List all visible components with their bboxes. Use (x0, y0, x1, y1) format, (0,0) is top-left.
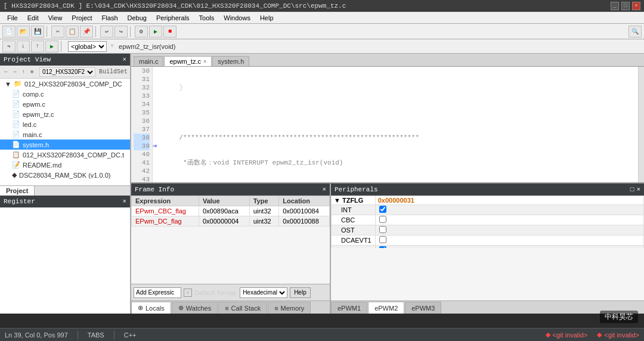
build-button[interactable]: ⚙ (135, 26, 148, 38)
menu-flash[interactable]: Flash (97, 12, 123, 23)
tree-item-template[interactable]: 📋 012_HXS320F28034_COMP_DC.t (0, 150, 130, 160)
tree-item-comp[interactable]: 📄 comp.c (0, 89, 130, 99)
loc-2: 0x00010088 (279, 216, 330, 227)
project-view-header: Project View × (0, 54, 130, 66)
undo-button[interactable]: ↩ (100, 26, 113, 38)
periph-collapse-button[interactable]: □ (630, 186, 634, 193)
menu-file[interactable]: File (2, 12, 23, 23)
tab-locals[interactable]: ⊕ Locals (131, 302, 171, 314)
project-view-close[interactable]: × (122, 56, 126, 63)
menu-project[interactable]: Project (67, 12, 97, 23)
tree-label-system-h: system.h (23, 141, 49, 148)
epwm1-label: ePWM1 (338, 305, 361, 312)
menu-peripherals[interactable]: Peripherals (151, 12, 194, 23)
folder-icon-img: 📁 (14, 80, 22, 88)
frame-info-close[interactable]: × (322, 186, 326, 193)
table-row: OST (332, 225, 644, 235)
periph-close-button[interactable]: × (636, 186, 640, 193)
tree-item-epwm-tz[interactable]: 📄 epwm_tz.c (0, 109, 130, 119)
nav-forward-button[interactable]: → (11, 67, 19, 77)
tree-item-system-h[interactable]: 📄 system.h (0, 140, 130, 150)
menu-debug[interactable]: Debug (123, 12, 151, 23)
tab-memory[interactable]: ≡ Memory (268, 302, 311, 314)
toolbar2-debug: ↷ ↓ ↑ ▶ <global> ▼ epwm2_tz_isr(void) (0, 39, 644, 54)
copy-button[interactable]: 📋 (66, 26, 79, 38)
tab-watches[interactable]: ⊕ Watches (172, 302, 218, 314)
tab-callstack[interactable]: ≡ Call Stack (218, 302, 267, 314)
stop-button[interactable]: ■ (163, 26, 177, 38)
add-expression-input[interactable] (134, 287, 181, 298)
format-label: Default format: (194, 289, 237, 296)
tree-item-sdk[interactable]: ◆ DSC28034_RAM_SDK (v1.0.0) (0, 170, 130, 180)
close-button[interactable]: × (632, 2, 640, 10)
periph-val-cbc (375, 215, 643, 225)
file-tab-main[interactable]: main.c (134, 56, 163, 66)
debug-step-out[interactable]: ↑ (31, 41, 44, 52)
periph-check-dcaevt1[interactable] (379, 236, 386, 243)
search-button[interactable]: 🔍 (628, 26, 642, 38)
periph-check-cbc[interactable] (379, 216, 386, 223)
global-selector[interactable]: <global> (68, 41, 107, 52)
tree-item-readme[interactable]: 📝 README.md (0, 160, 130, 170)
editor-scrollbar[interactable] (638, 67, 644, 182)
periph-check-int[interactable] (379, 206, 386, 213)
register-header: Register × (0, 196, 130, 207)
format-select[interactable]: Hexadecimal Decimal Binary Octal (240, 287, 287, 298)
cut-button[interactable]: ✂ (51, 26, 64, 38)
debug-step-over[interactable]: ↷ (2, 41, 16, 52)
menu-windows[interactable]: Windows (219, 12, 255, 23)
frame-bottom-bar: ▼ Default format: Hexadecimal Decimal Bi… (131, 284, 330, 300)
collapse-all-button[interactable]: ⊕ (29, 67, 36, 77)
register-close[interactable]: × (122, 198, 126, 205)
bottom-half: Frame Info × Expression Value Type Locat… (131, 182, 644, 314)
file-tab-epwm-tz[interactable]: epwm_tz.c × (164, 56, 212, 66)
folder-icon: ▼ (5, 80, 11, 88)
add-expr-button[interactable]: ▼ (184, 289, 192, 297)
redo-button[interactable]: ↪ (114, 26, 128, 38)
file-tab-system-h[interactable]: system.h (212, 56, 249, 66)
menu-view[interactable]: View (44, 12, 67, 23)
minimize-button[interactable]: _ (611, 2, 619, 10)
tree-item-main[interactable]: 📄 main.c (0, 129, 130, 140)
menu-edit[interactable]: Edit (23, 12, 44, 23)
tree-root-folder[interactable]: ▼ 📁 012_HXS320F28034_COMP_DC (0, 79, 130, 89)
help-button[interactable]: Help (290, 287, 311, 298)
tree-item-led[interactable]: 📄 led.c (0, 119, 130, 129)
menu-tools[interactable]: Tools (194, 12, 219, 23)
debug-separator (61, 41, 63, 52)
frame-info-title: Frame Info (135, 186, 174, 193)
tree-item-epwm[interactable]: 📄 epwm.c (0, 99, 130, 109)
code-editor: 30 31 32 33 34 35 36 37 38 39 40 41 42 4… (131, 67, 644, 182)
open-button[interactable]: 📂 (17, 26, 30, 38)
paste-button[interactable]: 📌 (80, 26, 93, 38)
tab-epwm3[interactable]: ePWM3 (405, 302, 441, 314)
tab-label-system-h: system.h (218, 58, 244, 65)
tab-epwm2[interactable]: ePWM2 (368, 302, 404, 314)
menu-help[interactable]: Help (255, 12, 278, 23)
save-button[interactable]: 💾 (31, 26, 44, 38)
nav-back-button[interactable]: ← (2, 67, 10, 77)
peripherals-table: ▼ TZFLG 0x00000031 INT (331, 196, 644, 248)
file-icon: 📄 (12, 120, 20, 128)
periph-name-int: INT (332, 205, 376, 215)
run-button[interactable]: ▶ (149, 26, 162, 38)
val-2: 0x00000004 (199, 216, 249, 227)
project-selector[interactable]: 012_HXS320F2 (39, 67, 95, 77)
debug-continue[interactable]: ▶ (45, 41, 58, 52)
title-bar: [ HXS320F28034_CDK ] E:\034_CDK\HXS320F2… (0, 0, 644, 12)
new-button[interactable]: 📄 (2, 26, 16, 38)
periph-check-ost[interactable] (379, 226, 386, 233)
code-content[interactable]: } /*************************************… (161, 67, 638, 182)
memory-label: Memory (281, 305, 305, 312)
tab-project[interactable]: Project (0, 186, 35, 196)
tab-epwm1[interactable]: ePWM1 (331, 302, 367, 314)
title-controls: _ □ × (611, 2, 640, 10)
periph-name-ost: OST (332, 225, 376, 235)
tab-close-epwm-tz[interactable]: × (203, 58, 206, 64)
file-icon: 📄 (12, 100, 20, 108)
nav-up-button[interactable]: ↑ (20, 67, 27, 77)
maximize-button[interactable]: □ (621, 2, 630, 10)
git-invalid-2: <git invalid> (604, 331, 639, 339)
debug-step-into[interactable]: ↓ (17, 41, 30, 52)
tab-label-epwm-tz: epwm_tz.c (169, 58, 201, 65)
